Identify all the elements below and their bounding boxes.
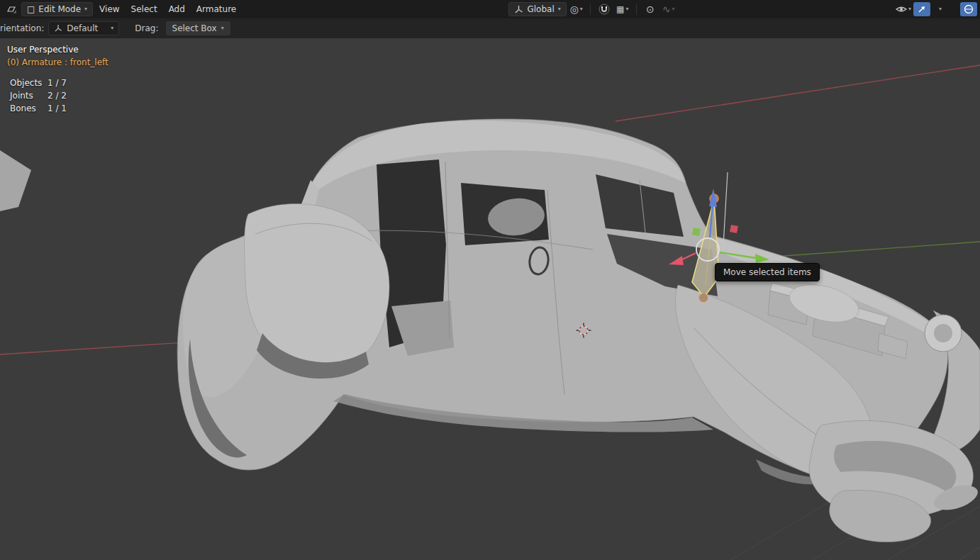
active-object-label: (0) Armature : front_left [7, 57, 108, 67]
mode-dropdown[interactable]: □ Edit Mode ▾ [21, 2, 93, 16]
stat-row-bones: Bones 1 / 1 [10, 102, 67, 115]
gizmo-y-plane-handle[interactable] [692, 228, 701, 236]
orientation-axis-icon [514, 5, 523, 14]
gizmo-chevron[interactable]: ▾ [932, 2, 949, 16]
stat-label: Objects [10, 78, 48, 88]
orientation-field-label: rientation: [0, 23, 44, 33]
chevron-down-icon: ▾ [939, 6, 942, 12]
stat-label: Joints [10, 91, 48, 101]
bone-head-sphere[interactable] [700, 294, 708, 302]
header-bar: □ Edit Mode ▾ View Select Add Armature G… [0, 0, 980, 18]
magnet-icon [598, 4, 610, 15]
stat-value: 1 / 7 [48, 78, 67, 88]
viewport-canvas[interactable] [0, 38, 980, 560]
mode-label: Edit Mode [38, 4, 81, 14]
separator [636, 4, 637, 15]
shading-sphere-icon [964, 4, 974, 14]
proportional-icon: ⊙ [646, 4, 655, 14]
viewport-shading-button[interactable] [960, 2, 977, 16]
gizmo-arrow-icon [917, 4, 927, 14]
edit-mode-icon: □ [27, 5, 35, 13]
chevron-down-icon: ▾ [908, 6, 911, 12]
gizmo-x-plane-handle[interactable] [730, 225, 738, 233]
chevron-down-icon: ▾ [672, 6, 675, 12]
stat-value: 2 / 2 [48, 91, 67, 101]
drag-mode-dropdown[interactable]: Select Box ▾ [166, 21, 230, 35]
scene-stats: Objects 1 / 7 Joints 2 / 2 Bones 1 / 1 [10, 77, 67, 115]
chevron-down-icon: ▾ [625, 6, 628, 12]
menu-view[interactable]: View [94, 2, 124, 16]
stat-row-joints: Joints 2 / 2 [10, 89, 67, 102]
visibility-dropdown[interactable]: ▾ [895, 2, 912, 16]
proportional-falloff-dropdown[interactable]: ∿ ▾ [660, 2, 677, 16]
chevron-down-icon: ▾ [221, 26, 224, 31]
menu-armature[interactable]: Armature [191, 2, 241, 16]
menu-select[interactable]: Select [126, 2, 162, 16]
snap-toggle-button[interactable] [596, 2, 613, 16]
viewport-editor-icon [6, 4, 16, 14]
headlight-inner [934, 324, 952, 342]
snap-with-dropdown[interactable]: ▦ ▾ [614, 2, 631, 16]
snap-target-icon: ▦ [616, 5, 624, 13]
pivot-icon: ◎ [570, 4, 579, 14]
pivot-point-dropdown[interactable]: ◎ ▾ [568, 2, 585, 16]
tool-settings-bar: rientation: Default ▾ Drag: Select Box ▾ [0, 18, 980, 38]
chevron-down-icon: ▾ [558, 6, 561, 12]
proportional-editing-button[interactable]: ⊙ [642, 2, 659, 16]
viewport-3d[interactable]: User Perspective (0) Armature : front_le… [0, 38, 980, 560]
chevron-down-icon: ▾ [580, 6, 583, 12]
header-right: ▾ ▾ [895, 2, 977, 16]
eye-icon [896, 5, 907, 13]
orientation-axis-icon [54, 24, 62, 33]
view-perspective-label: User Perspective [7, 45, 79, 55]
editor-type-button[interactable] [3, 2, 20, 16]
y-axis-line [774, 242, 980, 257]
menu-add[interactable]: Add [164, 2, 190, 16]
stat-label: Bones [10, 103, 48, 113]
header-center: Global ▾ ◎ ▾ ▦ ▾ ⊙ ∿ ▾ [508, 2, 676, 16]
orientation-value-dropdown[interactable]: Default ▾ [48, 21, 119, 35]
header-left: □ Edit Mode ▾ View Select Add Armature [3, 2, 241, 16]
antenna-wire [723, 172, 728, 245]
x-axis-line [616, 65, 980, 121]
gizmo-toggle-button[interactable] [913, 2, 930, 16]
chevron-down-icon: ▾ [111, 26, 113, 31]
orientation-value: Default [67, 23, 106, 33]
falloff-curve-icon: ∿ [662, 4, 671, 14]
drag-mode-value: Select Box [172, 23, 217, 33]
mesh-fragment[interactable] [0, 150, 31, 211]
stat-value: 1 / 1 [48, 103, 67, 113]
stat-row-objects: Objects 1 / 7 [10, 77, 67, 89]
orientation-label: Global [527, 4, 554, 14]
transform-orientation-dropdown[interactable]: Global ▾ [508, 2, 566, 16]
separator [590, 4, 591, 15]
drag-label: Drag: [135, 23, 158, 33]
gizmo-center-circle[interactable] [696, 238, 719, 261]
chevron-down-icon: ▾ [84, 6, 87, 12]
tooltip: Move selected items [715, 263, 820, 281]
